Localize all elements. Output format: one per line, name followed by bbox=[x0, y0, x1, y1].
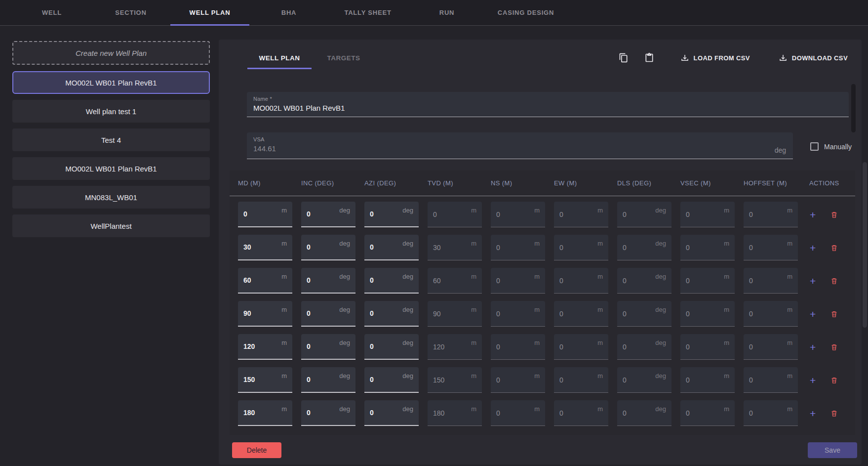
md-input[interactable] bbox=[238, 243, 269, 251]
form-scrollbar-thumb[interactable] bbox=[851, 84, 856, 132]
table-cell-inc[interactable]: deg bbox=[301, 268, 355, 294]
add-row-icon[interactable]: + bbox=[810, 243, 816, 253]
unit-label: m bbox=[787, 405, 792, 413]
manually-checkbox[interactable]: Manually bbox=[810, 142, 852, 151]
delete-row-icon[interactable] bbox=[830, 310, 838, 318]
table-cell-azi[interactable]: deg bbox=[364, 235, 419, 260]
nav-tab-section[interactable]: SECTION bbox=[91, 0, 170, 25]
window-scrollbar-track[interactable] bbox=[862, 26, 868, 466]
dls-input bbox=[617, 277, 648, 285]
inc-input[interactable] bbox=[301, 276, 332, 284]
save-button[interactable]: Save bbox=[808, 442, 857, 458]
table-cell-vsec: m bbox=[680, 235, 735, 260]
table-row: mdegdegmmmdegmm+ bbox=[238, 367, 855, 400]
delete-row-icon[interactable] bbox=[830, 376, 838, 384]
md-input[interactable] bbox=[238, 309, 269, 317]
table-cell-inc[interactable]: deg bbox=[301, 400, 355, 426]
azi-input[interactable] bbox=[364, 309, 395, 317]
delete-row-icon[interactable] bbox=[830, 244, 838, 252]
md-input[interactable] bbox=[238, 210, 269, 218]
well-plan-item-mo002l-wb01-plan-revb1[interactable]: MO002L WB01 Plan RevB1 bbox=[12, 157, 210, 180]
table-cell-inc[interactable]: deg bbox=[301, 334, 355, 360]
unit-label: m bbox=[281, 405, 287, 413]
azi-input[interactable] bbox=[364, 243, 395, 251]
md-input[interactable] bbox=[238, 376, 269, 383]
inc-input[interactable] bbox=[301, 409, 332, 417]
table-cell-hoffset: m bbox=[744, 268, 798, 294]
azi-input[interactable] bbox=[364, 376, 395, 383]
azi-input[interactable] bbox=[364, 276, 395, 284]
inc-input[interactable] bbox=[301, 243, 332, 251]
delete-row-icon[interactable] bbox=[830, 211, 838, 219]
checkbox-icon[interactable] bbox=[810, 142, 819, 151]
nav-tab-casing-design[interactable]: CASING DESIGN bbox=[486, 0, 565, 25]
nav-tab-run[interactable]: RUN bbox=[407, 0, 486, 25]
well-plan-item-test-4[interactable]: Test 4 bbox=[12, 128, 210, 151]
table-cell-md[interactable]: m bbox=[238, 367, 292, 393]
table-cell-md[interactable]: m bbox=[238, 268, 292, 294]
nav-tab-bha[interactable]: BHA bbox=[249, 0, 328, 25]
table-cell-azi[interactable]: deg bbox=[364, 367, 419, 393]
inc-input[interactable] bbox=[301, 210, 332, 218]
table-cell-md[interactable]: m bbox=[238, 235, 292, 260]
load-from-csv-button[interactable]: LOAD FROM CSV bbox=[680, 53, 750, 62]
well-plan-item-mn083l-wb01[interactable]: MN083L_WB01 bbox=[12, 186, 210, 209]
copy-icon[interactable] bbox=[618, 52, 629, 63]
add-row-icon[interactable]: + bbox=[810, 342, 816, 352]
window-scrollbar-thumb[interactable] bbox=[863, 162, 867, 328]
table-cell-inc[interactable]: deg bbox=[301, 235, 355, 260]
md-input[interactable] bbox=[238, 276, 269, 284]
well-plan-item-mo002l-wb01-plan-revb1[interactable]: MO002L WB01 Plan RevB1 bbox=[12, 71, 210, 94]
table-cell-md[interactable]: m bbox=[238, 400, 292, 426]
panel-tab-well-plan[interactable]: WELL PLAN bbox=[247, 47, 312, 69]
add-row-icon[interactable]: + bbox=[810, 309, 816, 319]
table-cell-md[interactable]: m bbox=[238, 301, 292, 327]
table-cell-inc[interactable]: deg bbox=[301, 202, 355, 227]
nav-tab-well[interactable]: WELL bbox=[12, 0, 91, 25]
ew-input bbox=[554, 211, 585, 218]
table-cell-inc[interactable]: deg bbox=[301, 367, 355, 393]
delete-row-icon[interactable] bbox=[830, 343, 838, 351]
table-cell-azi[interactable]: deg bbox=[364, 400, 419, 426]
table-cell-azi[interactable]: deg bbox=[364, 334, 419, 360]
table-cell-actions: + bbox=[807, 268, 838, 294]
table-cell-md[interactable]: m bbox=[238, 334, 292, 360]
name-field[interactable]: Name * MO002L WB01 Plan RevB1 bbox=[247, 92, 849, 117]
md-input[interactable] bbox=[238, 342, 269, 350]
well-plan-item-well-plan-test-1[interactable]: Well plan test 1 bbox=[12, 100, 210, 123]
create-new-well-plan-button[interactable]: Create new Well Plan bbox=[12, 41, 210, 65]
vsa-field: VSA 144.61 deg bbox=[247, 132, 793, 159]
panel-tab-targets[interactable]: TARGETS bbox=[312, 47, 376, 69]
inc-input[interactable] bbox=[301, 342, 332, 350]
table-cell-azi[interactable]: deg bbox=[364, 268, 419, 294]
delete-button[interactable]: Delete bbox=[232, 442, 281, 458]
azi-input[interactable] bbox=[364, 409, 395, 417]
delete-row-icon[interactable] bbox=[830, 409, 838, 418]
table-cell-azi[interactable]: deg bbox=[364, 301, 419, 327]
unit-label: m bbox=[787, 339, 792, 346]
md-input[interactable] bbox=[238, 409, 269, 417]
table-cell-azi[interactable]: deg bbox=[364, 202, 419, 227]
download-csv-button[interactable]: DOWNLOAD CSV bbox=[779, 53, 848, 62]
unit-label: deg bbox=[402, 273, 413, 280]
inc-input[interactable] bbox=[301, 376, 332, 383]
table-cell-inc[interactable]: deg bbox=[301, 301, 355, 327]
unit-label: m bbox=[724, 372, 729, 380]
well-plan-item-wellplantest[interactable]: WellPlantest bbox=[12, 214, 210, 237]
unit-label: m bbox=[281, 240, 287, 247]
table-cell-md[interactable]: m bbox=[238, 202, 292, 227]
nav-tab-tally-sheet[interactable]: TALLY SHEET bbox=[328, 0, 407, 25]
azi-input[interactable] bbox=[364, 342, 395, 350]
add-row-icon[interactable]: + bbox=[810, 210, 816, 220]
paste-icon[interactable] bbox=[644, 52, 655, 63]
table-cell-vsec: m bbox=[680, 367, 735, 393]
unit-label: m bbox=[724, 207, 729, 214]
column-header-ew: EW (M) bbox=[554, 179, 617, 187]
inc-input[interactable] bbox=[301, 309, 332, 317]
nav-tab-well-plan[interactable]: WELL PLAN bbox=[170, 0, 249, 25]
add-row-icon[interactable]: + bbox=[810, 276, 816, 286]
delete-row-icon[interactable] bbox=[830, 277, 838, 285]
azi-input[interactable] bbox=[364, 210, 395, 218]
add-row-icon[interactable]: + bbox=[810, 408, 816, 419]
add-row-icon[interactable]: + bbox=[810, 375, 816, 385]
